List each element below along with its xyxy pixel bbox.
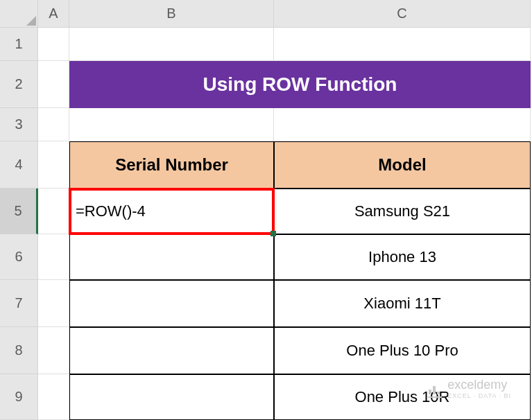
cell-a5[interactable]	[38, 189, 69, 234]
formula-cell[interactable]: =ROW()-4	[69, 189, 274, 234]
row-header-2[interactable]: 2	[0, 61, 38, 108]
formula-text: =ROW()-4	[76, 202, 146, 220]
cell-a4[interactable]	[38, 141, 69, 189]
fill-handle[interactable]	[271, 231, 276, 236]
title-cell[interactable]: Using ROW Function	[69, 61, 531, 108]
watermark-sub: EXCEL · DATA · BI	[447, 392, 511, 399]
serial-cell-5[interactable]	[69, 374, 274, 420]
cell-a9[interactable]	[38, 374, 69, 420]
serial-cell-3[interactable]	[69, 280, 274, 327]
col-header-c[interactable]: C	[274, 0, 531, 28]
cell-c3[interactable]	[274, 108, 531, 141]
cell-b1[interactable]	[69, 28, 274, 61]
cell-c1[interactable]	[274, 28, 531, 61]
watermark: exceldemy EXCEL · DATA · BI	[427, 378, 511, 399]
model-cell-4[interactable]: One Plus 10 Pro	[274, 327, 531, 374]
serial-cell-2[interactable]	[69, 234, 274, 280]
chart-icon	[427, 383, 443, 399]
spreadsheet-grid: A B C 1 2 Using ROW Function 3 4 Serial …	[0, 0, 532, 420]
watermark-main: exceldemy	[447, 378, 511, 392]
row-header-7[interactable]: 7	[0, 280, 38, 327]
serial-cell-4[interactable]	[69, 327, 274, 374]
row-header-5[interactable]: 5	[0, 189, 38, 234]
row-header-1[interactable]: 1	[0, 28, 38, 61]
header-serial[interactable]: Serial Number	[69, 141, 274, 189]
cell-a2[interactable]	[38, 61, 69, 108]
cell-b3[interactable]	[69, 108, 274, 141]
model-cell-2[interactable]: Iphone 13	[274, 234, 531, 280]
col-header-a[interactable]: A	[38, 0, 69, 28]
cell-a1[interactable]	[38, 28, 69, 61]
col-header-b[interactable]: B	[69, 0, 274, 28]
cell-a7[interactable]	[38, 280, 69, 327]
row-header-3[interactable]: 3	[0, 108, 38, 141]
cell-a8[interactable]	[38, 327, 69, 374]
model-cell-3[interactable]: Xiaomi 11T	[274, 280, 531, 327]
model-cell-1[interactable]: Samsung S21	[274, 189, 531, 234]
cell-a3[interactable]	[38, 108, 69, 141]
row-header-9[interactable]: 9	[0, 374, 38, 420]
row-header-8[interactable]: 8	[0, 327, 38, 374]
row-header-4[interactable]: 4	[0, 141, 38, 189]
row-header-6[interactable]: 6	[0, 234, 38, 280]
header-model[interactable]: Model	[274, 141, 531, 189]
cell-a6[interactable]	[38, 234, 69, 280]
select-all-corner[interactable]	[0, 0, 38, 28]
